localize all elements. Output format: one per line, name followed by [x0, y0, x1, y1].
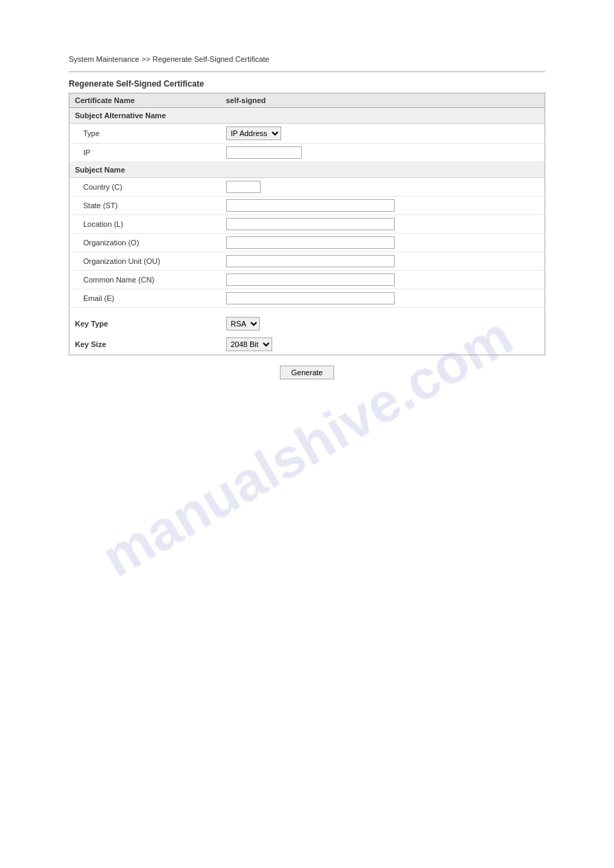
location-input[interactable]	[226, 218, 395, 230]
country-row: Country (C)	[69, 178, 545, 197]
key-type-select[interactable]: RSA DSA	[226, 317, 260, 331]
type-select[interactable]: IP Address DNS Email	[226, 126, 281, 140]
subject-name-label: Subject Name	[69, 162, 545, 178]
country-input[interactable]	[226, 181, 261, 193]
common-name-label: Common Name (CN)	[69, 271, 221, 289]
subject-alternative-name-label: Subject Alternative Name	[69, 108, 545, 124]
ip-row: IP	[69, 144, 545, 162]
email-row: Email (E)	[69, 289, 545, 308]
org-unit-row: Organization Unit (OU)	[69, 252, 545, 271]
location-label: Location (L)	[69, 215, 221, 234]
generate-button[interactable]: Generate	[280, 366, 335, 379]
subject-name-header: Subject Name	[69, 162, 545, 178]
key-type-label: Key Type	[69, 313, 221, 334]
section-title: Regenerate Self-Signed Certificate	[69, 79, 545, 89]
state-label: State (ST)	[69, 197, 221, 215]
org-unit-input[interactable]	[226, 255, 395, 267]
key-type-row: Key Type RSA DSA	[69, 313, 545, 334]
ip-input[interactable]	[226, 146, 302, 159]
organization-row: Organization (O)	[69, 234, 545, 252]
email-input[interactable]	[226, 292, 395, 304]
key-size-label: Key Size	[69, 334, 221, 355]
location-row: Location (L)	[69, 215, 545, 234]
organization-input[interactable]	[226, 236, 395, 249]
organization-label: Organization (O)	[69, 234, 221, 252]
key-size-row: Key Size 1024 Bit 2048 Bit 4096 Bit	[69, 334, 545, 355]
breadcrumb-part2: Regenerate Self-Signed Certificate	[153, 55, 270, 63]
certificate-name-value: self-signed	[221, 93, 545, 108]
org-unit-label: Organization Unit (OU)	[69, 252, 221, 271]
state-input[interactable]	[226, 199, 395, 212]
common-name-row: Common Name (CN)	[69, 271, 545, 289]
certificate-name-label: Certificate Name	[69, 93, 221, 108]
certificate-form-table: Certificate Name self-signed Subject Alt…	[69, 93, 545, 355]
type-label: Type	[69, 124, 221, 144]
breadcrumb: System Maintenance >> Regenerate Self-Si…	[69, 55, 545, 63]
spacer-row	[69, 308, 545, 314]
country-label: Country (C)	[69, 178, 221, 197]
key-size-select[interactable]: 1024 Bit 2048 Bit 4096 Bit	[226, 337, 272, 351]
generate-button-wrapper: Generate	[69, 366, 545, 379]
subject-alternative-name-header: Subject Alternative Name	[69, 108, 545, 124]
state-row: State (ST)	[69, 197, 545, 215]
ip-label: IP	[69, 144, 221, 162]
email-label: Email (E)	[69, 289, 221, 308]
common-name-input[interactable]	[226, 274, 395, 286]
breadcrumb-part1: System Maintenance	[69, 55, 140, 63]
breadcrumb-separator: >>	[140, 55, 153, 63]
type-row: Type IP Address DNS Email	[69, 124, 545, 144]
certificate-name-row: Certificate Name self-signed	[69, 93, 545, 108]
